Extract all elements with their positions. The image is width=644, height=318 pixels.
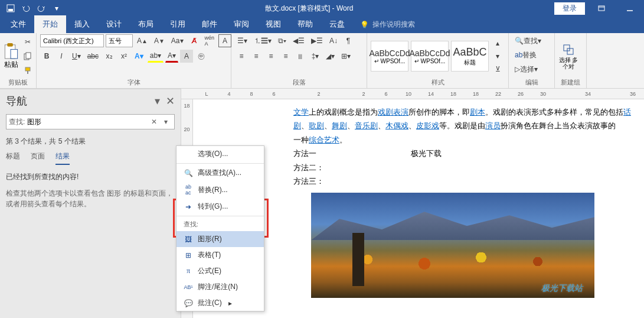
nav-search-box[interactable]: 查找: ✕ ▾: [6, 114, 175, 129]
qat-more-icon[interactable]: ▾: [50, 1, 64, 15]
link-literature[interactable]: 文学: [293, 108, 309, 116]
style-1[interactable]: AaBbCcDd↵ WPSOf...: [371, 41, 408, 72]
decrease-font-icon[interactable]: A▼: [152, 34, 167, 47]
text-effects-icon[interactable]: A▾: [132, 50, 146, 63]
tab-design[interactable]: 设计: [98, 15, 130, 33]
tab-layout[interactable]: 布局: [130, 15, 162, 33]
link-drama-perf[interactable]: 戏剧表演: [378, 108, 408, 116]
highlight-icon[interactable]: ab▾: [148, 50, 164, 63]
minimize-icon[interactable]: [618, 0, 642, 17]
bullets-icon[interactable]: ☰▾: [235, 34, 250, 47]
tab-review[interactable]: 审阅: [225, 15, 257, 33]
nav-search-input[interactable]: [27, 118, 148, 126]
horizontal-ruler[interactable]: L486226101418182226303436: [181, 89, 644, 99]
enclose-char-icon[interactable]: ㊥: [195, 50, 208, 63]
line-spacing-icon[interactable]: ‡▾: [309, 50, 322, 63]
numbering-icon[interactable]: ⒈☰▾: [251, 34, 274, 47]
ribbon-display-icon[interactable]: [590, 0, 613, 17]
menu-goto[interactable]: ➜转到(G)...: [176, 199, 264, 215]
undo-icon[interactable]: [19, 1, 33, 15]
menu-comments[interactable]: 💬批注(C) ▸: [176, 295, 264, 311]
menu-options[interactable]: 选项(O)...: [176, 146, 264, 162]
redo-icon[interactable]: [34, 1, 48, 15]
justify-icon[interactable]: ≡: [279, 50, 292, 63]
navigation-pane: 导航 ▾ ✕ 查找: ✕ ▾ 第 3 个结果，共 5 个结果 标题 页面 结果 …: [0, 89, 181, 318]
tab-cloud[interactable]: 云盘: [321, 15, 353, 33]
multilevel-icon[interactable]: ⧉▾: [276, 34, 289, 47]
font-color-icon[interactable]: A▾: [165, 50, 178, 63]
method-1-label: 方法一: [293, 149, 316, 158]
tab-mailings[interactable]: 邮件: [194, 15, 225, 33]
align-left-icon[interactable]: ≡: [235, 50, 248, 63]
tab-references[interactable]: 引用: [162, 15, 194, 33]
tab-file[interactable]: 文件: [2, 15, 34, 33]
clear-format-icon[interactable]: A̸: [188, 34, 201, 47]
bold-icon[interactable]: B: [40, 50, 53, 63]
login-button[interactable]: 登录: [554, 2, 585, 15]
subscript-icon[interactable]: x₂: [103, 50, 116, 63]
find-button[interactable]: 🔍 查找 ▾: [512, 34, 544, 47]
underline-icon[interactable]: U ▾: [70, 50, 83, 63]
style-2[interactable]: AaBbCcDd↵ WPSOf...: [411, 41, 449, 72]
search-dropdown-icon[interactable]: ▾: [160, 118, 172, 126]
char-shading-icon[interactable]: A: [180, 50, 193, 63]
font-name-combo[interactable]: Calibri (西文正文): [40, 34, 104, 47]
link-puppet[interactable]: 木偶戏: [385, 121, 408, 130]
save-icon[interactable]: [4, 1, 18, 15]
style-3[interactable]: AaBbC标题: [451, 41, 489, 72]
link-musical[interactable]: 音乐剧: [355, 121, 378, 130]
change-case-icon[interactable]: Aa▾: [169, 34, 186, 47]
copy-icon[interactable]: [21, 50, 34, 63]
cut-icon[interactable]: ✂: [21, 35, 34, 48]
tab-help[interactable]: 帮助: [289, 15, 321, 33]
nav-dropdown-icon[interactable]: ▾: [155, 95, 160, 108]
borders-icon[interactable]: ⊞▾: [339, 50, 353, 63]
styles-up-icon[interactable]: ▴: [491, 37, 504, 50]
styles-down-icon[interactable]: ▾: [491, 50, 504, 63]
menu-advanced-find[interactable]: 🔍高级查找(A)...: [176, 165, 264, 181]
nav-tab-results[interactable]: 结果: [55, 151, 70, 165]
landscape-image[interactable]: 极光下载站: [311, 193, 594, 298]
increase-indent-icon[interactable]: ▶☰: [309, 34, 325, 47]
tab-home[interactable]: 开始: [34, 15, 66, 33]
link-composite-art[interactable]: 综合艺术: [309, 135, 339, 144]
phonetic-icon[interactable]: wénA: [202, 34, 217, 47]
link-dance-drama[interactable]: 舞剧: [332, 121, 347, 130]
menu-footnotes[interactable]: AB¹脚注/尾注(N): [176, 279, 264, 295]
paste-button[interactable]: 粘贴: [4, 43, 19, 70]
menu-replace[interactable]: abac替换(R)...: [176, 181, 264, 199]
char-border-icon[interactable]: A: [218, 34, 231, 47]
link-shadow[interactable]: 皮影戏: [416, 121, 439, 130]
align-center-icon[interactable]: ≡: [250, 50, 263, 63]
tell-me-search[interactable]: 💡 操作说明搜索: [353, 16, 422, 33]
sort-icon[interactable]: A↓: [327, 34, 340, 47]
shading-icon[interactable]: ◢▾: [323, 50, 337, 63]
link-script[interactable]: 剧本: [470, 108, 485, 116]
decrease-indent-icon[interactable]: ◀☰: [290, 34, 307, 47]
italic-icon[interactable]: I: [55, 50, 68, 63]
superscript-icon[interactable]: x²: [117, 50, 130, 63]
distribute-icon[interactable]: ⫼: [294, 50, 307, 63]
menu-equations[interactable]: π公式(E): [176, 263, 264, 279]
select-button[interactable]: ▷ 选择 ▾: [512, 63, 540, 76]
tab-view[interactable]: 视图: [257, 15, 289, 33]
menu-tables[interactable]: ⊞表格(T): [176, 247, 264, 263]
link-opera[interactable]: 歌剧: [309, 121, 324, 130]
tab-insert[interactable]: 插入: [66, 15, 98, 33]
format-painter-icon[interactable]: [21, 64, 34, 77]
styles-more-icon[interactable]: ⊻: [491, 63, 504, 76]
nav-tab-headings[interactable]: 标题: [6, 151, 20, 165]
styles-group-label: 样式: [371, 78, 505, 88]
menu-graphics[interactable]: 🖼图形(R): [176, 231, 264, 247]
strikethrough-icon[interactable]: abc: [85, 50, 101, 63]
clear-search-icon[interactable]: ✕: [148, 118, 160, 126]
replace-button[interactable]: ab 替换: [512, 48, 539, 61]
show-marks-icon[interactable]: ¶: [342, 34, 355, 47]
link-actor[interactable]: 演员: [485, 121, 501, 130]
nav-close-icon[interactable]: ✕: [166, 95, 175, 108]
nav-tab-pages[interactable]: 页面: [31, 151, 45, 165]
align-right-icon[interactable]: ≡: [264, 50, 277, 63]
select-multi-button[interactable]: 选择 多个对: [558, 43, 578, 70]
font-size-combo[interactable]: 五号: [106, 34, 133, 47]
increase-font-icon[interactable]: A▲: [135, 34, 150, 47]
